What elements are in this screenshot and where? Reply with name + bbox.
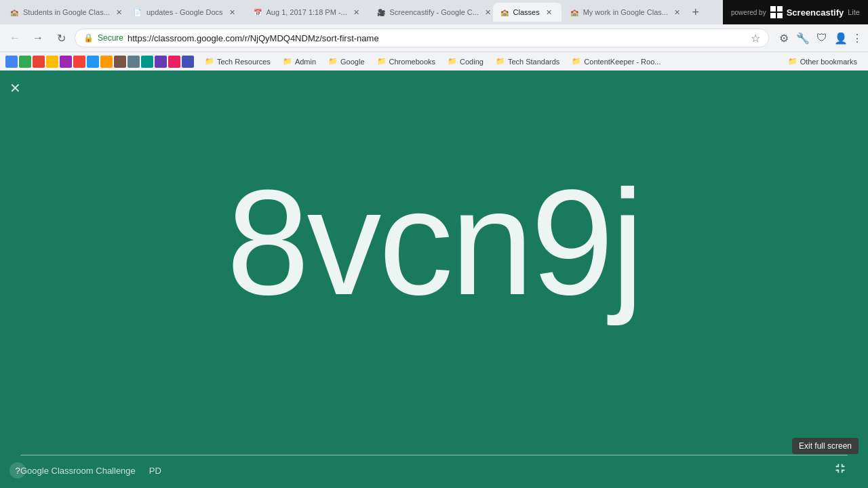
app-icon-8[interactable]	[100, 56, 113, 68]
screencastify-powered-text: powered by	[731, 9, 766, 16]
app-icon-2[interactable]	[19, 56, 31, 68]
bookmark-coding-label: Coding	[460, 58, 484, 66]
forward-button[interactable]: →	[28, 28, 47, 47]
back-button[interactable]: ←	[5, 28, 24, 47]
screencastify-edition: Lite	[848, 8, 860, 16]
screencastify-name: Screencastify	[787, 7, 844, 18]
bookmark-other-label: Other bookmarks	[800, 58, 857, 66]
bottom-right-area	[833, 461, 848, 480]
tab-label-1: Students in Google Clas...	[23, 8, 110, 16]
code-display: 8vcn9j	[0, 70, 868, 455]
class-title: Google Classroom Challenge	[20, 466, 136, 476]
class-subtitle: PD	[149, 466, 161, 476]
app-icon-14[interactable]	[182, 56, 194, 68]
app-icon-10[interactable]	[127, 56, 140, 68]
tab-label-6: My work in Google Clas...	[583, 8, 668, 16]
bookmark-contentkeeper-folder-icon: 📁	[572, 57, 581, 66]
tab-label-2: updates - Google Docs	[146, 8, 223, 16]
bookmark-admin[interactable]: 📁 Admin	[277, 54, 321, 69]
tab-classes[interactable]: 🏫 Classes ✕	[493, 3, 561, 22]
bookmark-admin-label: Admin	[295, 58, 316, 66]
tab-label-4: Screencastify - Google C...	[390, 8, 479, 16]
bookmark-other[interactable]: 📁 Other bookmarks	[783, 54, 863, 69]
help-button[interactable]: ?	[9, 462, 26, 479]
bookmark-google-folder-icon: 📁	[328, 57, 338, 66]
tab-label-5: Classes	[513, 8, 540, 16]
tab-close-5[interactable]: ✕	[544, 7, 555, 18]
bookmark-tech-standards-label: Tech Standards	[508, 58, 559, 66]
app-icon-3[interactable]	[33, 56, 45, 68]
bookmark-tech-standards[interactable]: 📁 Tech Standards	[490, 54, 565, 69]
app-icon-4[interactable]	[46, 56, 58, 68]
close-button[interactable]: ✕	[9, 80, 21, 96]
fullscreen-button[interactable]	[833, 461, 848, 480]
tab-close-1[interactable]: ✕	[114, 7, 125, 18]
tab-aug[interactable]: 📅 Aug 1, 2017 1:18 PM -... ✕	[246, 3, 368, 22]
tab-favicon-2: 📄	[133, 7, 142, 17]
secure-icon: 🔒	[83, 33, 94, 43]
bottom-labels: Google Classroom Challenge PD	[20, 466, 161, 476]
tab-close-2[interactable]: ✕	[227, 7, 238, 18]
bookmark-coding[interactable]: 📁 Coding	[442, 54, 489, 69]
bookmark-chromebooks-label: Chromebooks	[389, 58, 435, 66]
app-icon-13[interactable]	[168, 56, 180, 68]
app-icon-5[interactable]	[60, 56, 72, 68]
secure-label: Secure	[98, 33, 123, 43]
tab-close-6[interactable]: ✕	[672, 7, 683, 18]
bookmarks-bar: 📁 Tech Resources 📁 Admin 📁 Google 📁 Chro…	[0, 52, 868, 70]
bookmark-tech-resources[interactable]: 📁 Tech Resources	[199, 54, 276, 69]
bookmark-google[interactable]: 📁 Google	[323, 54, 370, 69]
extension-icon-2[interactable]: 🔧	[795, 30, 811, 46]
tab-favicon-1: 🏫	[9, 7, 19, 17]
tab-favicon-5: 🏫	[500, 7, 509, 17]
bookmark-coding-folder-icon: 📁	[448, 57, 457, 66]
tab-screencastify[interactable]: 🎥 Screencastify - Google C... ✕	[370, 3, 492, 22]
tab-students[interactable]: 🏫 Students in Google Clas... ✕	[3, 3, 125, 22]
classroom-code: 8vcn9j	[226, 168, 642, 317]
bookmark-chromebooks-folder-icon: 📁	[377, 57, 387, 66]
tab-updates[interactable]: 📄 updates - Google Docs ✕	[126, 3, 245, 22]
menu-button[interactable]: ⋮	[852, 32, 863, 45]
bookmark-contentkeeper-label: ContentKeeper - Roo...	[584, 58, 660, 66]
app-icon-9[interactable]	[114, 56, 126, 68]
url-bar[interactable]: 🔒 Secure https://classroom.google.com/r/…	[75, 28, 769, 47]
bookmark-google-label: Google	[340, 58, 364, 66]
profile-icon[interactable]: 👤	[833, 30, 849, 46]
bottom-info-bar: Google Classroom Challenge PD	[0, 455, 868, 488]
tab-mywork[interactable]: 🏫 My work in Google Clas... ✕	[563, 3, 685, 22]
tab-bar: 🏫 Students in Google Clas... ✕ 📄 updates…	[0, 0, 868, 24]
address-bar: ← → ↻ 🔒 Secure https://classroom.google.…	[0, 24, 868, 52]
bookmark-chromebooks[interactable]: 📁 Chromebooks	[372, 54, 441, 69]
browser-chrome: 🏫 Students in Google Clas... ✕ 📄 updates…	[0, 0, 868, 70]
app-icon-6[interactable]	[73, 56, 85, 68]
apps-row	[5, 56, 194, 68]
bookmark-other-folder-icon: 📁	[788, 57, 797, 66]
tab-favicon-6: 🏫	[570, 7, 579, 17]
app-icon-11[interactable]	[141, 56, 153, 68]
extension-icons: ⚙ 🔧 🛡 👤 ⋮	[776, 30, 863, 46]
bookmark-contentkeeper[interactable]: 📁 ContentKeeper - Roo...	[566, 54, 666, 69]
bookmark-tech-resources-label: Tech Resources	[217, 58, 271, 66]
exit-fullscreen-tooltip: Exit full screen	[792, 438, 859, 454]
main-content: ✕ 8vcn9j Google Classroom Challenge PD	[0, 70, 868, 488]
app-icon-7[interactable]	[87, 56, 99, 68]
tab-close-3[interactable]: ✕	[351, 7, 362, 18]
tab-favicon-4: 🎥	[376, 7, 386, 17]
url-text: https://classroom.google.com/r/NjQyMDQ4N…	[127, 33, 747, 43]
star-icon[interactable]: ☆	[751, 32, 760, 45]
reload-button[interactable]: ↻	[52, 28, 71, 47]
tab-label-3: Aug 1, 2017 1:18 PM -...	[267, 8, 347, 16]
extension-icon-3[interactable]: 🛡	[814, 30, 830, 46]
app-icon-12[interactable]	[155, 56, 167, 68]
app-icon-1[interactable]	[5, 56, 18, 68]
screencastify-logo-icon	[770, 6, 783, 18]
tab-favicon-3: 📅	[253, 7, 262, 17]
new-tab-button[interactable]: +	[686, 3, 705, 22]
bookmark-admin-folder-icon: 📁	[283, 57, 292, 66]
screencastify-overlay: powered by Screencastify Lite	[723, 0, 868, 24]
bookmark-tech-standards-folder-icon: 📁	[496, 57, 505, 66]
tab-close-4[interactable]: ✕	[483, 7, 492, 18]
bookmark-folder-icon: 📁	[205, 57, 214, 66]
extension-icon-1[interactable]: ⚙	[776, 30, 792, 46]
